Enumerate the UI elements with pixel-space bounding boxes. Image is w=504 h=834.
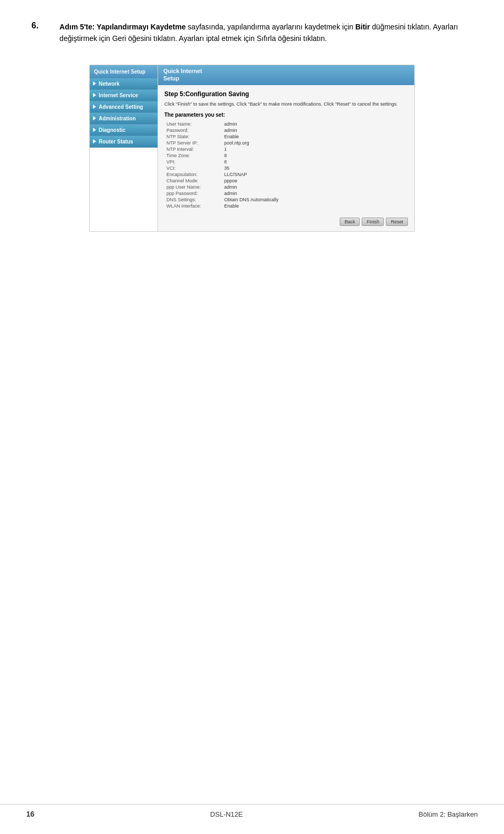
table-row: NTP Interval: 1 (164, 146, 408, 152)
param-label: ppp Password: (164, 190, 222, 197)
param-label: Password: (164, 127, 222, 133)
param-value: admin (222, 121, 408, 127)
table-row: ppp User Name: admin (164, 184, 408, 190)
page-content: 6. Adım 5'te: Yapılandırmayı Kaydetme sa… (0, 0, 504, 279)
page-footer: 16 DSL-N12E Bölüm 2: Başlarken (0, 804, 504, 823)
step-text: Adım 5'te: Yapılandırmayı Kaydetme sayfa… (59, 21, 472, 45)
reset-button[interactable]: Reset (386, 218, 408, 226)
param-label: NTP Server IP: (164, 140, 222, 146)
footer-section: Bölüm 2: Başlarken (418, 810, 478, 818)
sidebar-item-router-status[interactable]: Router Status (90, 136, 158, 148)
arrow-icon (93, 116, 96, 120)
table-row: Encapsulation: LLC/SNAP (164, 171, 408, 178)
step-title-bold: Adım 5'te: Yapılandırmayı Kaydetme (59, 23, 185, 31)
main-header-title: Quick Internet Setup (163, 67, 409, 83)
sidebar-item-administration[interactable]: Administration (90, 113, 158, 125)
param-label: VCI: (164, 165, 222, 171)
param-label: NTP Interval: (164, 146, 222, 152)
param-value: admin (222, 184, 408, 190)
table-row: WLAN Interface: Enable (164, 203, 408, 209)
table-row: User Name: admin (164, 121, 408, 127)
router-screenshot: Quick Internet Setup Network Internet Se… (89, 65, 415, 232)
param-label: User Name: (164, 121, 222, 127)
step-number: 6. (32, 21, 38, 30)
router-sidebar: Quick Internet Setup Network Internet Se… (90, 65, 158, 231)
param-value: Enable (222, 133, 408, 140)
arrow-icon (93, 128, 96, 132)
param-label: NTP State: (164, 133, 222, 140)
param-value: pppoe (222, 178, 408, 184)
arrow-icon (93, 93, 96, 97)
param-label: Channel Mode: (164, 178, 222, 184)
param-value: 8 (222, 159, 408, 165)
sidebar-item-network[interactable]: Network (90, 78, 158, 90)
param-value: admin (222, 190, 408, 197)
table-row: Time Zone: 8 (164, 152, 408, 159)
step-block: 6. Adım 5'te: Yapılandırmayı Kaydetme sa… (32, 21, 472, 49)
main-body: Step 5:Configuration Saving Click "Finis… (158, 85, 414, 231)
back-button[interactable]: Back (340, 218, 360, 226)
arrow-icon (93, 139, 96, 143)
table-row: VPI: 8 (164, 159, 408, 165)
table-row: VCI: 35 (164, 165, 408, 171)
param-label: VPI: (164, 159, 222, 165)
table-row: Channel Mode: pppoe (164, 178, 408, 184)
param-label: Encapsulation: (164, 171, 222, 178)
router-main-content: Quick Internet Setup Step 5:Configuratio… (158, 65, 414, 231)
param-label: DNS Settings: (164, 197, 222, 203)
footer-model: DSL-N12E (210, 810, 243, 818)
param-label: WLAN Interface: (164, 203, 222, 209)
params-title: The parameters you set: (164, 112, 408, 118)
config-description: Click "Finish" to save the settings. Cli… (164, 101, 408, 108)
param-value: admin (222, 127, 408, 133)
sidebar-item-diagnostic[interactable]: Diagnostic (90, 125, 158, 136)
param-value: 8 (222, 152, 408, 159)
sidebar-item-internet-service[interactable]: Internet Service (90, 90, 158, 101)
table-row: NTP Server IP: pool.ntp.org (164, 140, 408, 146)
config-step-title: Step 5:Configuration Saving (164, 90, 408, 98)
params-table: User Name: admin Password: admin NTP Sta… (164, 121, 408, 209)
param-value: Enable (222, 203, 408, 209)
sidebar-item-advanced-setting[interactable]: Advanced Setting (90, 101, 158, 113)
param-value: Obtain DNS Automatically (222, 197, 408, 203)
sidebar-header: Quick Internet Setup (90, 65, 158, 78)
table-row: NTP State: Enable (164, 133, 408, 140)
table-row: Password: admin (164, 127, 408, 133)
param-value: 35 (222, 165, 408, 171)
arrow-icon (93, 81, 96, 86)
button-row: Back Finish Reset (164, 214, 408, 226)
param-label: Time Zone: (164, 152, 222, 159)
table-row: ppp Password: admin (164, 190, 408, 197)
finish-button[interactable]: Finish (362, 218, 384, 226)
step-bitir-bold: Bitir (355, 23, 370, 31)
page-number: 16 (26, 810, 35, 818)
param-value: 1 (222, 146, 408, 152)
table-row: DNS Settings: Obtain DNS Automatically (164, 197, 408, 203)
main-header: Quick Internet Setup (158, 65, 414, 86)
param-label: ppp User Name: (164, 184, 222, 190)
param-value: pool.ntp.org (222, 140, 408, 146)
param-value: LLC/SNAP (222, 171, 408, 178)
arrow-icon (93, 105, 96, 109)
step-text1: sayfasında, yapılandırma ayarlarını kayd… (186, 23, 355, 31)
